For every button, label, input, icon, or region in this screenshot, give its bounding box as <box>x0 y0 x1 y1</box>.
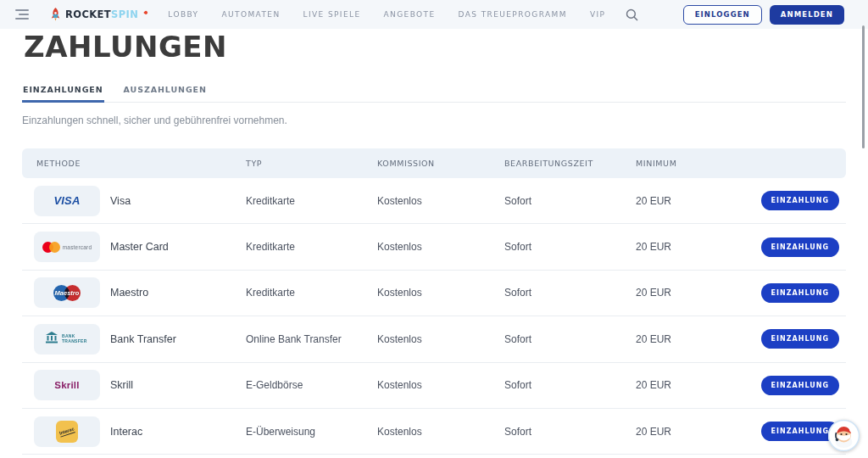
method-type: Kreditkarte <box>246 287 377 299</box>
hamburger-menu-icon[interactable] <box>15 9 31 20</box>
payment-method-logo: mastercard <box>34 232 100 262</box>
method-name: Visa <box>110 195 131 207</box>
payment-method-logo: Interac <box>34 416 100 447</box>
logo-text: Maestro <box>34 289 100 297</box>
tab[interactable]: EINZAHLUNGEN <box>22 81 104 102</box>
payments-page: ZAHLUNGEN EINZAHLUNGENAUSZAHLUNGEN Einza… <box>0 32 868 455</box>
method-type: Kreditkarte <box>246 241 377 253</box>
method-minimum: 20 EUR <box>636 426 746 438</box>
method-name: Master Card <box>110 241 169 253</box>
method-minimum: 20 EUR <box>636 333 746 345</box>
method-commission: Kostenlos <box>377 426 504 438</box>
auth-buttons: EINLOGGEN ANMELDEN <box>683 5 856 25</box>
payment-methods-table: METHODETYPKOMMISSIONBEARBEITUNGSZEITMINI… <box>22 148 846 455</box>
logo-text: mastercard <box>63 244 92 250</box>
logo-text: Skrill <box>54 380 79 390</box>
method-minimum: 20 EUR <box>636 379 746 391</box>
method-cell: Interac Interac <box>22 416 246 447</box>
logo-spark-icon <box>144 10 149 15</box>
method-type: Kreditkarte <box>246 195 377 207</box>
payment-method-logo: Bank Transfer <box>34 324 100 355</box>
nav-item[interactable]: ANGEBOTE <box>384 10 436 19</box>
method-type: E-Überweisung <box>246 426 377 438</box>
method-processing-time: Sofort <box>504 195 636 207</box>
deposit-button[interactable]: EINZAHLUNG <box>761 191 839 210</box>
logo-text: Bank Transfer <box>62 334 89 344</box>
nav-item[interactable]: LIVE SPIELE <box>303 10 361 19</box>
tab[interactable]: AUSZAHLUNGEN <box>123 81 208 102</box>
method-name: Interac <box>110 426 142 438</box>
method-processing-time: Sofort <box>504 287 636 299</box>
method-minimum: 20 EUR <box>636 287 746 299</box>
deposit-button[interactable]: EINZAHLUNG <box>761 376 839 395</box>
method-minimum: 20 EUR <box>636 195 746 207</box>
main-nav: LOBBYAUTOMATENLIVE SPIELEANGEBOTEDAS TRE… <box>168 10 605 19</box>
brand-text-primary: ROCKET <box>65 8 111 20</box>
page-description: Einzahlungen schnell, sicher und gebühre… <box>22 114 846 126</box>
table-row: Maestro Maestro Kreditkarte Kostenlos So… <box>22 271 846 316</box>
method-cell: Skrill Skrill <box>22 370 246 400</box>
logo-circle-right <box>49 242 60 253</box>
rocket-icon <box>49 8 62 21</box>
nav-item[interactable]: AUTOMATEN <box>221 10 280 19</box>
brand-logo[interactable]: ROCKETSPIN <box>49 8 146 21</box>
method-name: Maestro <box>110 287 148 299</box>
login-button[interactable]: EINLOGGEN <box>683 5 762 25</box>
method-processing-time: Sofort <box>504 379 636 391</box>
method-minimum: 20 EUR <box>636 241 746 253</box>
payment-method-logo: Maestro <box>34 277 100 308</box>
top-header: ROCKETSPIN LOBBYAUTOMATENLIVE SPIELEANGE… <box>0 0 868 29</box>
signup-button[interactable]: ANMELDEN <box>770 5 844 25</box>
deposit-button[interactable]: EINZAHLUNG <box>761 283 839 303</box>
method-processing-time: Sofort <box>504 333 636 345</box>
method-commission: Kostenlos <box>377 195 504 207</box>
scrollbar-thumb[interactable] <box>862 25 865 148</box>
column-header: METHODE <box>22 159 246 168</box>
table-row: mastercard Master Card Kreditkarte Koste… <box>22 224 846 270</box>
brand-text-secondary: SPIN <box>111 8 138 20</box>
method-cell: Bank Transfer Bank Transfer <box>22 324 246 355</box>
method-name: Bank Transfer <box>110 333 176 345</box>
nav-item[interactable]: LOBBY <box>168 10 198 19</box>
method-commission: Kostenlos <box>377 287 504 299</box>
method-cell: mastercard Master Card <box>22 232 246 262</box>
method-type: E-Geldbörse <box>246 379 377 391</box>
table-header-row: METHODETYPKOMMISSIONBEARBEITUNGSZEITMINI… <box>22 148 846 178</box>
table-row: VISA Visa Kreditkarte Kostenlos Sofort 2… <box>22 178 846 224</box>
table-row: Interac Interac E-Überweisung Kostenlos … <box>22 409 846 455</box>
method-cell: Maestro Maestro <box>22 277 246 308</box>
column-header: MINIMUM <box>636 159 746 168</box>
logo-text: VISA <box>53 194 80 207</box>
nav-item[interactable]: DAS TREUEPROGRAMM <box>459 10 567 19</box>
method-processing-time: Sofort <box>504 426 636 438</box>
payment-method-logo: Skrill <box>34 370 100 400</box>
search-icon[interactable] <box>626 8 638 21</box>
method-commission: Kostenlos <box>377 241 504 253</box>
method-commission: Kostenlos <box>377 333 504 345</box>
method-type: Online Bank Transfer <box>246 333 377 345</box>
page-title: ZAHLUNGEN <box>24 32 846 61</box>
method-cell: VISA Visa <box>22 186 246 216</box>
column-header: TYP <box>246 159 377 168</box>
method-commission: Kostenlos <box>377 379 504 391</box>
bank-building-icon <box>45 332 58 347</box>
method-name: Skrill <box>110 379 133 391</box>
payments-tabs: EINZAHLUNGENAUSZAHLUNGEN <box>22 81 846 103</box>
nav-item[interactable]: VIP <box>590 10 605 19</box>
deposit-button[interactable]: EINZAHLUNG <box>761 329 839 349</box>
column-header: BEARBEITUNGSZEIT <box>504 159 636 168</box>
payment-method-logo: VISA <box>34 186 100 216</box>
column-header: KOMMISSION <box>377 159 504 168</box>
table-row: Bank Transfer Bank Transfer Online Bank … <box>22 316 846 362</box>
table-body: VISA Visa Kreditkarte Kostenlos Sofort 2… <box>22 178 846 455</box>
support-chat-button[interactable] <box>828 420 860 451</box>
method-processing-time: Sofort <box>504 241 636 253</box>
deposit-button[interactable]: EINZAHLUNG <box>761 237 839 257</box>
table-row: Skrill Skrill E-Geldbörse Kostenlos Sofo… <box>22 363 846 409</box>
